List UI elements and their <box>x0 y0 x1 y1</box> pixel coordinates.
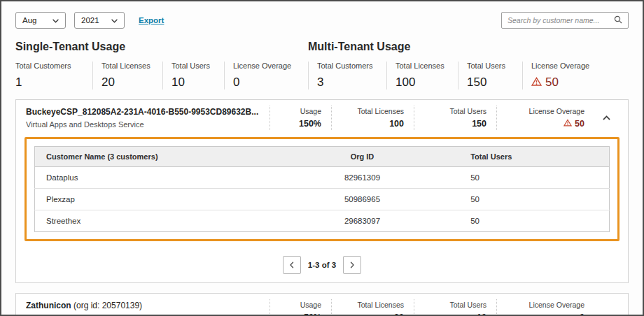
stat-label: License Overage <box>531 62 608 70</box>
cell-total-users: 50 <box>437 167 609 189</box>
stat-label: Usage <box>280 107 321 115</box>
customer-table-highlight: Customer Name (3 customers) Org ID Total… <box>24 137 620 241</box>
stat-value: 50 <box>531 76 608 89</box>
chevron-spacer <box>594 299 618 316</box>
tenant-name-bold: Zathunicon <box>26 301 71 310</box>
card-stat-license-overage: License Overage 50 <box>496 106 594 130</box>
tenant-service: Virtual Apps and Desktops Service <box>26 120 262 129</box>
stat-value: 50 <box>507 119 584 129</box>
customer-table: Customer Name (3 customers) Org ID Total… <box>34 146 610 232</box>
overage-value: 50 <box>545 76 559 89</box>
cell-org-id: 29683097 <box>288 210 437 232</box>
stat-total-customers: Total Customers 3 <box>308 62 386 89</box>
cell-org-id: 50986965 <box>288 189 437 210</box>
search-box <box>501 12 629 29</box>
month-dropdown[interactable]: Aug <box>15 12 66 29</box>
stat-total-users: Total Users 150 <box>458 62 522 89</box>
card-stat-total-users: Total Users 10 <box>414 299 496 316</box>
cell-customer-name: Dataplus <box>35 167 288 189</box>
stat-label: Total Licenses <box>396 62 458 70</box>
stat-license-overage: License Overage 0 <box>224 62 307 89</box>
tenant-org-id: (org id: 20570139) <box>71 301 142 310</box>
chevron-up-icon[interactable] <box>594 106 618 130</box>
chevron-down-icon <box>111 16 118 24</box>
stat-label: Total Licenses <box>342 107 404 115</box>
tenant-identity: Zathunicon (org id: 20570139) Virtual Ap… <box>26 299 270 316</box>
card-stat-usage: Usage 50% <box>270 299 331 316</box>
multi-tenant-stats: Total Customers 3 Total Licenses 100 Tot… <box>308 62 629 89</box>
stat-value: 20 <box>342 313 404 316</box>
export-link[interactable]: Export <box>139 16 164 24</box>
license-usage-page: Aug 2021 Export Single-Tenant Usage Tota… <box>0 0 644 316</box>
single-tenant-stats: Total Customers 1 Total Licenses 20 Tota… <box>15 62 308 89</box>
overage-value: 50 <box>575 119 584 129</box>
single-tenant-section: Single-Tenant Usage Total Customers 1 To… <box>15 41 308 89</box>
search-input[interactable] <box>507 16 614 24</box>
next-page-button[interactable] <box>343 256 361 274</box>
card-stat-total-licenses: Total Licenses 100 <box>331 106 414 130</box>
tenant-card-buckeye: BuckeyeCSP_812085A2-231A-4016-B550-9953C… <box>15 99 629 283</box>
year-dropdown[interactable]: 2021 <box>74 12 125 29</box>
table-row[interactable]: Plexzap 50986965 50 <box>35 189 610 210</box>
stat-total-licenses: Total Licenses 100 <box>386 62 458 89</box>
tenant-card-header[interactable]: Zathunicon (org id: 20570139) Virtual Ap… <box>16 294 628 316</box>
stat-value: 100 <box>396 76 458 89</box>
stat-label: License Overage <box>233 62 307 70</box>
stat-label: Usage <box>280 301 321 309</box>
stat-total-users: Total Users 10 <box>162 62 224 89</box>
previous-page-button[interactable] <box>283 256 301 274</box>
stat-label: Total Customers <box>15 62 92 70</box>
stat-value: 10 <box>424 313 486 316</box>
column-header-org-id: Org ID <box>288 147 437 167</box>
stat-label: Total Users <box>424 107 486 115</box>
stat-total-customers: Total Customers 1 <box>15 62 92 89</box>
stat-label: Total Users <box>467 62 522 70</box>
multi-tenant-section: Multi-Tenant Usage Total Customers 3 Tot… <box>308 41 629 89</box>
stat-value: 0 <box>507 313 584 316</box>
stat-value: 100 <box>342 119 404 129</box>
cell-customer-name: Streethex <box>35 210 288 232</box>
tenant-name: Zathunicon (org id: 20570139) <box>26 301 262 310</box>
stat-label: Total Customers <box>317 62 386 70</box>
stat-label: Total Licenses <box>342 301 404 309</box>
tenant-card-header[interactable]: BuckeyeCSP_812085A2-231A-4016-B550-9953C… <box>16 100 628 136</box>
stat-value: 50% <box>280 313 321 316</box>
cell-total-users: 50 <box>437 189 609 210</box>
stat-label: License Overage <box>507 107 584 115</box>
column-header-customer-name: Customer Name (3 customers) <box>35 147 288 167</box>
stat-label: Total Users <box>172 62 224 70</box>
search-icon <box>614 14 622 27</box>
toolbar: Aug 2021 Export <box>1 1 643 29</box>
card-stat-total-users: Total Users 150 <box>414 106 496 130</box>
stat-label: Total Users <box>424 301 486 309</box>
cell-customer-name: Plexzap <box>35 189 288 210</box>
stat-value: 150% <box>280 119 321 129</box>
year-dropdown-value: 2021 <box>81 16 99 24</box>
warning-icon <box>531 76 542 89</box>
stat-label: License Overage <box>507 301 584 309</box>
warning-icon <box>564 119 572 129</box>
stat-total-licenses: Total Licenses 20 <box>92 62 162 89</box>
tenant-name: BuckeyeCSP_812085A2-231A-4016-B550-9953C… <box>26 107 262 117</box>
tenant-identity: BuckeyeCSP_812085A2-231A-4016-B550-9953C… <box>26 106 270 130</box>
cell-total-users: 50 <box>437 210 609 232</box>
stat-value: 150 <box>467 76 522 89</box>
pagination-label: 1-3 of 3 <box>308 261 336 269</box>
multi-tenant-title: Multi-Tenant Usage <box>308 41 629 53</box>
chevron-down-icon <box>52 16 59 24</box>
stat-value: 20 <box>102 76 162 89</box>
stat-value: 1 <box>15 76 92 89</box>
cell-org-id: 82961309 <box>288 167 437 189</box>
card-stat-usage: Usage 150% <box>270 106 331 130</box>
stat-value: 150 <box>424 119 486 129</box>
column-header-total-users: Total Users <box>437 147 609 167</box>
stat-label: Total Licenses <box>102 62 162 70</box>
card-stat-total-licenses: Total Licenses 20 <box>331 299 414 316</box>
table-header-row: Customer Name (3 customers) Org ID Total… <box>35 147 610 167</box>
month-dropdown-value: Aug <box>22 16 36 24</box>
table-row[interactable]: Streethex 29683097 50 <box>35 210 610 232</box>
stat-value: 0 <box>233 76 307 89</box>
table-row[interactable]: Dataplus 82961309 50 <box>35 167 610 189</box>
pagination: 1-3 of 3 <box>16 250 628 282</box>
stat-value: 10 <box>172 76 224 89</box>
